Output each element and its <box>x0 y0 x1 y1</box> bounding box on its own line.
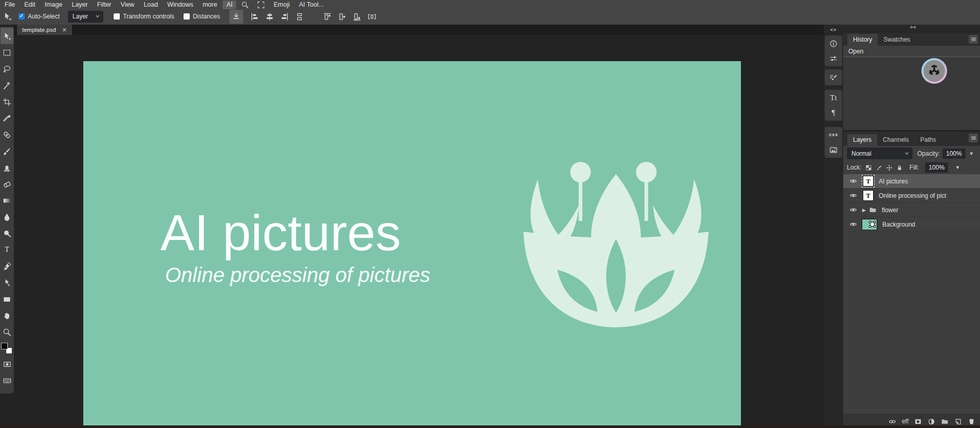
menu-edit[interactable]: Edit <box>20 1 40 9</box>
options-bar: Auto-Select Layer ˅ Transform controls D… <box>0 9 980 24</box>
expand-caret-icon[interactable]: ▶ <box>862 208 866 213</box>
download-button[interactable] <box>229 10 243 24</box>
tab-menu-button[interactable] <box>969 35 978 44</box>
align-bottom-button[interactable] <box>352 11 362 22</box>
panel-button-adjustments[interactable] <box>825 51 842 66</box>
lock-lock-position-button[interactable] <box>886 164 893 171</box>
effects-button[interactable]: eff <box>902 418 909 425</box>
tool-gradient[interactable] <box>1 192 13 209</box>
lock-padlock-button[interactable] <box>896 164 903 171</box>
menu-emoji[interactable]: Emoji <box>269 1 294 9</box>
tool-blur[interactable] <box>1 209 13 225</box>
align-center-h-button[interactable] <box>265 11 275 22</box>
menu-more[interactable]: more <box>198 1 222 9</box>
distribute-h-button[interactable] <box>367 11 377 22</box>
tool-eraser[interactable] <box>1 176 13 192</box>
foreground-color-swatch[interactable] <box>1 343 8 349</box>
rectangle-icon <box>3 295 11 304</box>
tab-history[interactable]: History <box>847 34 878 46</box>
history-panel-body: Open <box>843 46 980 130</box>
menu-image[interactable]: Image <box>40 1 67 9</box>
layer-row[interactable]: ▶flower <box>843 203 980 217</box>
opacity-input[interactable]: 100% <box>942 148 966 159</box>
tab-channels[interactable]: Channels <box>877 134 915 146</box>
transform-controls-checkbox[interactable] <box>114 13 120 20</box>
menu-load[interactable]: Load <box>139 1 162 9</box>
blend-mode-select[interactable]: Normal ˅ <box>847 147 913 159</box>
close-icon[interactable]: ✕ <box>62 27 67 33</box>
history-entry[interactable]: Open <box>843 46 980 57</box>
tool-move[interactable] <box>1 28 13 44</box>
tab-paths[interactable]: Paths <box>915 134 942 146</box>
layer-row[interactable]: Background <box>843 217 980 232</box>
panel-button-image[interactable] <box>825 142 842 157</box>
align-right-button[interactable] <box>280 11 290 22</box>
menu-windows[interactable]: Windows <box>162 1 198 9</box>
tool-eyedropper[interactable] <box>1 110 13 126</box>
tool-brush[interactable] <box>1 143 13 159</box>
mask-button[interactable] <box>914 418 922 425</box>
strip-collapse-handle[interactable]: <> <box>824 25 843 35</box>
menu-ai-tool[interactable]: AI Tool... <box>294 1 328 9</box>
screenshot-button[interactable] <box>253 1 269 9</box>
adjustment-button[interactable] <box>928 418 935 425</box>
lock-checkerboard-button[interactable] <box>865 164 872 171</box>
align-top-button[interactable] <box>322 11 333 22</box>
distribute-v-button[interactable] <box>295 11 305 22</box>
distances-checkbox[interactable] <box>184 13 190 20</box>
menu-ai[interactable]: AI <box>223 1 236 9</box>
tool-heal[interactable] <box>1 126 13 143</box>
tool-clone-stamp[interactable] <box>1 159 13 176</box>
tool-quick-mask[interactable] <box>1 356 13 373</box>
layer-row[interactable]: TOnline processing of pict <box>843 189 980 203</box>
menu-file[interactable]: File <box>0 1 20 9</box>
panel-collapse-handle[interactable]: >< <box>843 25 980 33</box>
panel-button-glyphs[interactable]: Tt <box>825 90 842 105</box>
tool-magic-wand[interactable] <box>1 77 13 94</box>
layer-visibility-toggle[interactable] <box>846 220 860 228</box>
menu-view[interactable]: View <box>116 1 139 9</box>
document-tab[interactable]: template.psd ✕ <box>17 25 72 35</box>
tool-lasso[interactable] <box>1 61 13 77</box>
align-buttons <box>250 11 377 22</box>
tool-crop[interactable] <box>1 94 13 110</box>
tool-keyboard[interactable] <box>1 373 13 389</box>
panel-button-paragraph[interactable]: ¶ <box>825 105 842 120</box>
layer-visibility-toggle[interactable] <box>846 206 860 214</box>
color-swatches[interactable] <box>1 343 13 355</box>
delete-button[interactable] <box>968 418 975 425</box>
layer-visibility-toggle[interactable] <box>846 177 860 185</box>
folder-button[interactable] <box>941 418 949 425</box>
canvas[interactable]: AI pictures Online processing of picture… <box>83 61 741 425</box>
artwork-subtitle: Online processing of pictures <box>165 264 430 287</box>
layer-visibility-toggle[interactable] <box>846 192 860 199</box>
tool-rectangle[interactable] <box>1 291 13 307</box>
tool-path-select[interactable]: k <box>1 274 13 291</box>
panel-button-css[interactable]: css <box>825 127 842 142</box>
tab-swatches[interactable]: Swatches <box>878 34 916 46</box>
fill-input[interactable]: 100% <box>925 162 948 173</box>
panel-button-info[interactable] <box>825 36 842 51</box>
tool-zoom[interactable] <box>1 324 13 340</box>
tool-pen[interactable] <box>1 258 13 274</box>
search-button[interactable] <box>237 1 253 9</box>
tool-dodge[interactable] <box>1 225 13 241</box>
align-middle-v-button[interactable] <box>337 11 348 22</box>
tab-menu-button[interactable] <box>969 134 978 142</box>
new-layer-button[interactable] <box>954 418 962 425</box>
tool-marquee[interactable] <box>1 44 13 61</box>
auto-select-checkbox[interactable] <box>19 13 25 20</box>
panel-button-brush-settings[interactable] <box>825 70 842 85</box>
menu-filter[interactable]: Filter <box>93 1 116 9</box>
tool-hand[interactable] <box>1 307 13 324</box>
target-select[interactable]: Layer ˅ <box>68 11 103 23</box>
align-left-button[interactable] <box>250 11 260 22</box>
opacity-dropdown-icon[interactable]: ▼ <box>969 151 974 156</box>
layer-row[interactable]: TAI pictures <box>843 174 980 189</box>
menu-layer[interactable]: Layer <box>67 1 92 9</box>
tool-type[interactable]: T <box>1 241 13 258</box>
tab-layers[interactable]: Layers <box>847 134 877 146</box>
link-button[interactable] <box>888 418 896 425</box>
lock-lock-brush-button[interactable] <box>876 164 882 171</box>
fill-dropdown-icon[interactable]: ▼ <box>955 165 960 170</box>
